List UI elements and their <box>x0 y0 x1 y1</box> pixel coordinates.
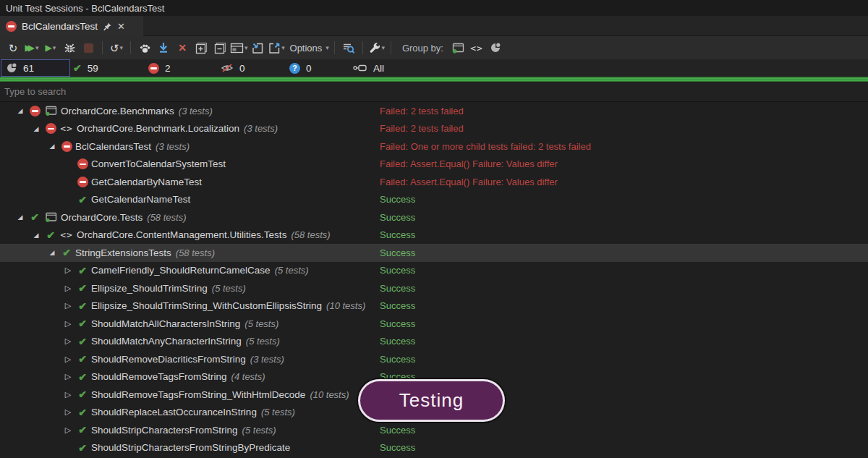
test-tree-row[interactable]: ▷ ✔ ShouldMatchAnyCharacterInString (5 t… <box>0 333 868 351</box>
test-tree-row-selected[interactable]: ◢ ✔ StringExtensionsTests (58 tests) Suc… <box>0 244 868 262</box>
chevron-down-icon: ▾ <box>326 45 329 51</box>
test-label: Ellipsize_ShouldTrimString <box>91 283 208 294</box>
test-tree-row[interactable]: ▷ ✔ ShouldMatchAllCharactersInString (5 … <box>0 315 868 333</box>
expand-all-icon <box>195 42 208 54</box>
counter-failed[interactable]: 2 <box>148 59 171 77</box>
test-tree-row[interactable]: GetCalendarByNameTest Failed: Assert.Equ… <box>0 173 868 191</box>
run-all-tests-button[interactable]: ▶▶ ▾ <box>23 39 41 56</box>
group-by-project-button[interactable] <box>449 39 467 56</box>
expand-all-button[interactable] <box>192 39 210 56</box>
tab-bclcalendarstest[interactable]: BclCalendarsTest ✕ <box>0 16 143 36</box>
collapsed-arrow-icon[interactable]: ▷ <box>61 301 75 310</box>
debug-tests-button[interactable] <box>61 39 78 56</box>
test-label: Ellipsize_ShouldTrimString_WithCustomEll… <box>91 300 322 311</box>
filter-button[interactable] <box>340 39 357 56</box>
test-label: StringExtensionsTests <box>75 247 171 258</box>
test-tree-row[interactable]: ▷ ✔ ShouldRemoveDiacriticsFromString (3 … <box>0 350 868 368</box>
test-count: (3 tests) <box>244 123 278 134</box>
collapsed-arrow-icon[interactable]: ▷ <box>61 407 75 417</box>
check-icon: ✔ <box>75 407 90 418</box>
import-session-button[interactable] <box>250 39 267 56</box>
test-status: Failed: 2 tests failed <box>380 120 464 138</box>
expanded-arrow-icon[interactable]: ◢ <box>29 125 43 132</box>
test-tree-row[interactable]: ◢ ✔ <> OrchardCore.ContentManagement.Uti… <box>0 226 868 245</box>
group-by-namespace-button[interactable]: <> <box>468 39 485 56</box>
test-status: Success <box>380 279 415 297</box>
collapsed-arrow-icon[interactable]: ▷ <box>61 336 75 346</box>
check-icon: ✔ <box>75 300 90 312</box>
test-status: Success <box>380 191 415 209</box>
inconclusive-count: 0 <box>306 63 312 74</box>
toolbar-separator <box>334 41 335 54</box>
group-by-category-button[interactable] <box>487 39 504 56</box>
expanded-arrow-icon[interactable]: ◢ <box>13 213 27 221</box>
project-icon <box>451 43 464 54</box>
test-tree-row[interactable]: ◢ <> OrchardCore.Benchmark.Localization … <box>0 120 868 138</box>
refresh-icon[interactable]: ↻ <box>4 39 22 56</box>
options-button[interactable]: Options ▾ <box>287 39 329 56</box>
counter-total[interactable]: 61 <box>1 59 70 77</box>
counter-all[interactable]: All <box>353 59 384 77</box>
check-icon: ✔ <box>75 353 90 365</box>
check-icon: ✔ <box>75 336 90 347</box>
test-tree-row[interactable]: ◢ OrchardCore.Benchmarks (3 tests) Faile… <box>0 102 868 120</box>
check-icon: ✔ <box>75 265 90 276</box>
export-session-button[interactable]: ▾ <box>268 39 286 56</box>
counter-inconclusive[interactable]: ? 0 <box>289 59 312 77</box>
pin-icon[interactable] <box>103 22 112 31</box>
expanded-arrow-icon[interactable]: ◢ <box>45 143 59 150</box>
total-count: 61 <box>23 63 34 74</box>
check-icon: ✔ <box>73 62 82 74</box>
counter-passed[interactable]: ✔ 59 <box>73 59 98 77</box>
collapsed-arrow-icon[interactable]: ▷ <box>61 284 75 293</box>
test-tree-row[interactable]: ▷ ✔ Ellipsize_ShouldTrimString (5 tests)… <box>0 279 868 297</box>
stop-button[interactable] <box>80 39 97 56</box>
close-tab-icon[interactable]: ✕ <box>117 21 125 32</box>
test-tree-row[interactable]: ▷ ✔ CamelFriendly_ShouldReturnCamelCase … <box>0 262 868 280</box>
output-layout-button[interactable]: ▾ <box>230 39 248 56</box>
window-title: Unit Test Sessions - BclCalendarsTest <box>6 3 164 14</box>
failed-icon <box>77 158 88 169</box>
failed-icon <box>148 63 159 74</box>
namespace-icon: <> <box>58 123 75 134</box>
test-tree-row[interactable]: ▷ ✔ Ellipsize_ShouldTrimString_WithCusto… <box>0 297 868 315</box>
group-by-label: Group by: <box>402 43 443 54</box>
expanded-arrow-icon[interactable]: ◢ <box>13 107 27 114</box>
expanded-arrow-icon[interactable]: ◢ <box>29 232 43 239</box>
test-count: (58 tests) <box>176 247 215 258</box>
test-tree-row[interactable]: ◢ BclCalendarsTest (3 tests) Failed: One… <box>0 137 868 156</box>
test-label: ConvertToCalendarSystemTest <box>91 158 226 169</box>
counter-ignored[interactable]: 0 <box>221 59 245 77</box>
collapsed-arrow-icon[interactable]: ▷ <box>61 319 75 328</box>
test-count: (5 tests) <box>244 318 278 329</box>
profile-icon: ↺ <box>110 43 119 54</box>
track-running-test-button[interactable] <box>136 39 153 56</box>
cover-tests-button[interactable]: ↺ ▾ <box>108 39 125 56</box>
collapsed-arrow-icon[interactable]: ▷ <box>61 390 75 399</box>
expanded-arrow-icon[interactable]: ◢ <box>45 249 59 256</box>
settings-button[interactable]: ▾ <box>368 39 386 56</box>
test-tree-row[interactable]: ✔ GetCalendarNameTest Success <box>0 191 868 209</box>
collapsed-arrow-icon[interactable]: ▷ <box>61 425 75 435</box>
collapsed-arrow-icon[interactable]: ▷ <box>61 266 75 275</box>
test-tree-row[interactable]: ConvertToCalendarSystemTest Failed: Asse… <box>0 156 868 174</box>
run-selected-tests-button[interactable]: ▶ ▾ <box>42 39 59 56</box>
check-icon: ✔ <box>75 371 90 383</box>
chevron-down-icon: ▾ <box>53 45 56 51</box>
close-session-button[interactable]: ✕ <box>174 39 191 56</box>
down-arrow-icon <box>158 42 169 54</box>
test-count: (3 tests) <box>250 354 284 365</box>
collapsed-arrow-icon[interactable]: ▷ <box>61 355 75 364</box>
test-tree-row[interactable]: ▷ ✔ ShouldStripCharactersFromString (5 t… <box>0 421 868 439</box>
test-label: OrchardCore.Benchmarks <box>61 106 174 116</box>
testing-badge: Testing <box>358 379 505 422</box>
search-input[interactable] <box>0 86 868 97</box>
test-status: Failed: 2 tests failed <box>380 102 464 120</box>
collapse-all-button[interactable] <box>211 39 229 56</box>
scroll-to-end-button[interactable] <box>155 39 172 56</box>
test-status: Success <box>380 350 415 368</box>
collapsed-arrow-icon[interactable]: ▷ <box>61 372 75 381</box>
test-tree-row[interactable]: ◢ ✔ OrchardCore.Tests (58 tests) Success <box>0 208 868 226</box>
collapse-all-icon <box>214 42 226 54</box>
test-tree-row[interactable]: ✔ ShouldStripCharactersFromStringByPredi… <box>0 439 868 457</box>
